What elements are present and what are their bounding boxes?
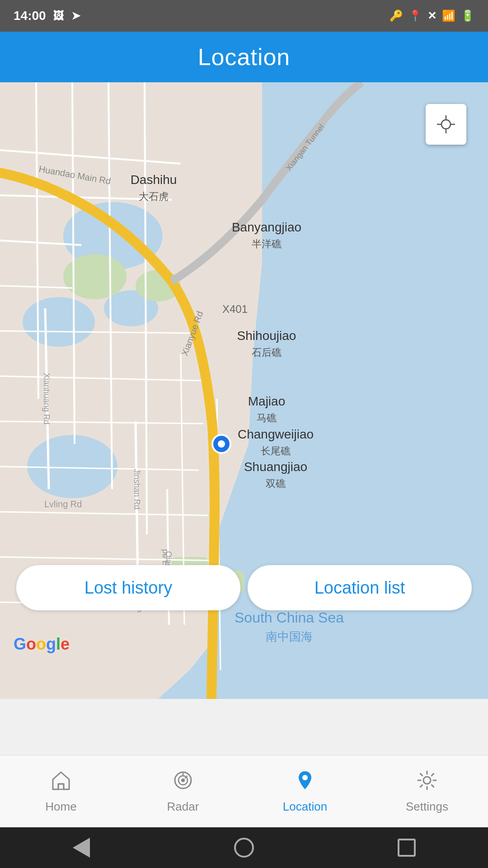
location-list-button[interactable]: Location list [248, 565, 472, 610]
lost-history-button[interactable]: Lost history [16, 565, 240, 610]
crosshair-icon [436, 114, 456, 134]
svg-text:马礁: 马礁 [257, 412, 277, 424]
status-bar-left: 14:00 🖼 ➤ [14, 9, 80, 23]
svg-point-69 [423, 777, 431, 784]
svg-text:Banyangjiao: Banyangjiao [232, 220, 301, 234]
key-icon: 🔑 [389, 9, 403, 22]
svg-point-57 [441, 120, 450, 129]
status-bar-right: 🔑 📍 ✕ 📶 🔋 [389, 9, 474, 22]
signal-icon: 📶 [442, 9, 455, 22]
back-button[interactable] [68, 834, 95, 861]
svg-text:South China Sea: South China Sea [235, 609, 344, 626]
svg-point-65 [181, 778, 185, 782]
home-circle-icon [234, 838, 254, 858]
svg-text:Dashihu: Dashihu [131, 173, 177, 187]
svg-text:Lvling Rd: Lvling Rd [44, 499, 82, 509]
status-bar: 14:00 🖼 ➤ 🔑 📍 ✕ 📶 🔋 [0, 0, 488, 32]
back-triangle-icon [73, 838, 90, 858]
settings-icon [416, 769, 438, 796]
nav-label-settings: Settings [406, 800, 448, 814]
svg-text:大石虎: 大石虎 [139, 191, 169, 202]
svg-rect-62 [58, 784, 64, 789]
map-container: Dashihu 大石虎 Banyangjiao 半洋礁 X401 Xianyue… [0, 82, 488, 699]
nav-item-location[interactable]: Location [244, 769, 366, 814]
nav-item-settings[interactable]: Settings [366, 769, 488, 814]
wifi-icon: ✕ [427, 9, 436, 22]
my-location-button[interactable] [426, 104, 466, 145]
location-pin-icon [294, 769, 316, 796]
nav-label-location: Location [283, 800, 327, 814]
battery-icon: 🔋 [461, 9, 474, 22]
image-icon: 🖼 [53, 9, 64, 22]
home-icon [50, 769, 72, 796]
svg-point-4 [23, 297, 95, 347]
system-nav-bar [0, 827, 488, 868]
svg-text:X401: X401 [222, 303, 248, 315]
svg-point-32 [218, 440, 225, 448]
svg-text:Jinshan Rd: Jinshan Rd [132, 469, 141, 509]
recents-button[interactable] [393, 834, 420, 861]
svg-text:Xianhuang Rd: Xianhuang Rd [42, 373, 51, 425]
recents-square-icon [398, 839, 416, 857]
bottom-nav: Home Radar Location [0, 755, 488, 827]
svg-text:双礁: 双礁 [266, 478, 286, 489]
svg-text:Majiao: Majiao [248, 394, 285, 408]
svg-text:Changweijiao: Changweijiao [238, 427, 314, 441]
google-logo: Google [14, 635, 70, 654]
svg-point-68 [302, 775, 308, 780]
svg-text:半洋礁: 半洋礁 [252, 238, 282, 250]
send-icon: ➤ [71, 9, 80, 22]
svg-text:长尾礁: 长尾礁 [261, 445, 291, 457]
nav-label-radar: Radar [167, 800, 199, 814]
status-time: 14:00 [14, 9, 46, 23]
nav-label-home: Home [45, 800, 76, 814]
home-button[interactable] [230, 834, 258, 861]
radar-icon [172, 769, 194, 796]
nav-item-radar[interactable]: Radar [122, 769, 244, 814]
nav-item-home[interactable]: Home [0, 769, 122, 814]
app-bar: Location [0, 32, 488, 82]
svg-text:石后礁: 石后礁 [252, 347, 282, 358]
svg-text:南中国海: 南中国海 [266, 630, 313, 643]
svg-text:Shuangjiao: Shuangjiao [244, 460, 307, 474]
app-title: Location [198, 43, 291, 71]
map-buttons-overlay: Lost history Location list [0, 565, 488, 610]
svg-point-5 [27, 435, 117, 498]
gps-icon: 📍 [408, 9, 422, 22]
svg-text:Shihoujiao: Shihoujiao [237, 329, 296, 343]
